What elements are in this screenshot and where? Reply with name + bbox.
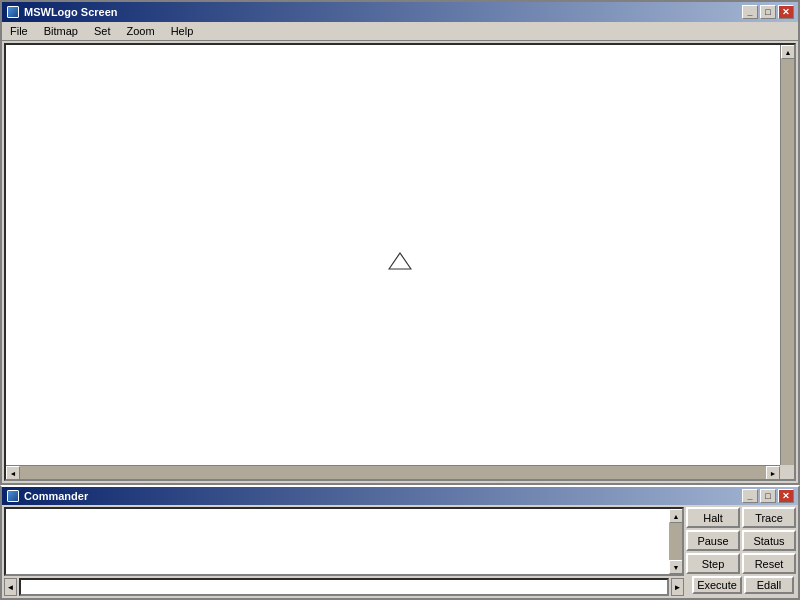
canvas-scrollbar-bottom[interactable]: ◄ ► — [6, 465, 780, 479]
commander-window: Commander _ □ ✕ ▲ ▼ ◄ ► — [0, 485, 800, 600]
button-row-2: Pause Status — [686, 530, 796, 551]
scroll-corner — [780, 465, 794, 479]
title-bar-left: MSWLogo Screen — [6, 5, 118, 19]
output-scrollbar[interactable]: ▲ ▼ — [669, 509, 682, 574]
output-box: ▲ ▼ — [4, 507, 684, 576]
close-button[interactable]: ✕ — [778, 5, 794, 19]
execute-button[interactable]: Execute — [692, 576, 742, 594]
scroll-up-button[interactable]: ▲ — [781, 45, 795, 59]
canvas-area: ▲ ▼ ◄ ► — [4, 43, 796, 481]
output-scroll-down[interactable]: ▼ — [669, 560, 683, 574]
scroll-track-bottom — [20, 466, 766, 479]
button-row-3: Step Reset — [686, 553, 796, 574]
commander-window-icon — [6, 489, 20, 503]
input-row: ◄ ► — [4, 578, 684, 596]
main-window-title: MSWLogo Screen — [24, 6, 118, 18]
menu-help[interactable]: Help — [167, 24, 198, 38]
maximize-button[interactable]: □ — [760, 5, 776, 19]
commander-buttons: Halt Trace Pause Status Step Reset Execu… — [686, 507, 796, 596]
turtle-triangle-icon — [388, 252, 412, 270]
status-button[interactable]: Status — [742, 530, 796, 551]
main-window-icon — [6, 5, 20, 19]
svg-marker-0 — [389, 253, 411, 269]
menu-bitmap[interactable]: Bitmap — [40, 24, 82, 38]
commander-title-left: Commander — [6, 489, 88, 503]
pause-button[interactable]: Pause — [686, 530, 740, 551]
button-row-1: Halt Trace — [686, 507, 796, 528]
commander-body: ▲ ▼ ◄ ► Halt Trace Pause Status — [2, 505, 798, 598]
turtle — [388, 252, 412, 272]
commander-close-button[interactable]: ✕ — [778, 489, 794, 503]
step-button[interactable]: Step — [686, 553, 740, 574]
menu-set[interactable]: Set — [90, 24, 115, 38]
bottom-button-row: Execute Edall — [686, 576, 796, 596]
scroll-left-button[interactable]: ◄ — [6, 466, 20, 480]
trace-button[interactable]: Trace — [742, 507, 796, 528]
scroll-track-right — [781, 59, 794, 465]
reset-button[interactable]: Reset — [742, 553, 796, 574]
canvas-scrollbar-right[interactable]: ▲ ▼ — [780, 45, 794, 479]
commander-title-text: Commander — [24, 490, 88, 502]
commander-maximize-button[interactable]: □ — [760, 489, 776, 503]
main-title-bar: MSWLogo Screen _ □ ✕ — [2, 2, 798, 22]
scroll-right-button[interactable]: ► — [766, 466, 780, 480]
commander-controls: _ □ ✕ — [742, 489, 794, 503]
commander-minimize-button[interactable]: _ — [742, 489, 758, 503]
main-window-controls: _ □ ✕ — [742, 5, 794, 19]
minimize-button[interactable]: _ — [742, 5, 758, 19]
edall-button[interactable]: Edall — [744, 576, 794, 594]
menu-bar: File Bitmap Set Zoom Help — [2, 22, 798, 41]
commander-title-bar: Commander _ □ ✕ — [2, 487, 798, 505]
output-scroll-track — [669, 523, 682, 560]
input-scroll-right[interactable]: ► — [671, 578, 684, 596]
command-input[interactable] — [19, 578, 669, 596]
main-window: MSWLogo Screen _ □ ✕ File Bitmap Set Zoo… — [0, 0, 800, 485]
menu-zoom[interactable]: Zoom — [123, 24, 159, 38]
halt-button[interactable]: Halt — [686, 507, 740, 528]
output-scroll-up[interactable]: ▲ — [669, 509, 683, 523]
output-area-container: ▲ ▼ ◄ ► — [4, 507, 684, 596]
menu-file[interactable]: File — [6, 24, 32, 38]
input-scroll-left[interactable]: ◄ — [4, 578, 17, 596]
